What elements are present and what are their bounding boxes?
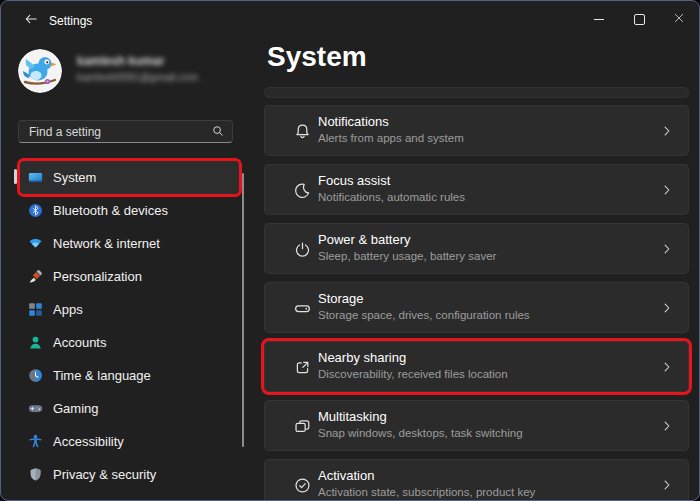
minimize-icon bbox=[594, 19, 604, 20]
paintbrush-icon bbox=[27, 268, 44, 285]
close-button[interactable] bbox=[659, 1, 699, 37]
back-button[interactable] bbox=[17, 7, 45, 35]
accessibility-icon bbox=[27, 433, 44, 450]
moon-icon bbox=[293, 181, 312, 200]
sidebar-item-time-language[interactable]: Time & language bbox=[20, 359, 239, 392]
sidebar-item-bluetooth-devices[interactable]: Bluetooth & devices bbox=[20, 194, 239, 227]
settings-card-list: Notifications Alerts from apps and syste… bbox=[264, 87, 689, 501]
sidebar-item-network-internet[interactable]: Network & internet bbox=[20, 227, 239, 260]
gamepad-icon bbox=[27, 400, 44, 417]
sidebar-item-accessibility[interactable]: Accessibility bbox=[20, 425, 239, 458]
shield-icon bbox=[27, 466, 44, 483]
settings-card-focus-assist[interactable]: Focus assist Notifications, automatic ru… bbox=[264, 164, 689, 215]
bluetooth-icon bbox=[27, 202, 44, 219]
window-title: Settings bbox=[49, 1, 92, 41]
chevron-right-icon bbox=[660, 478, 674, 492]
avatar bbox=[18, 49, 62, 93]
sidebar-item-privacy-security[interactable]: Privacy & security bbox=[20, 458, 239, 491]
share-icon bbox=[293, 358, 312, 377]
back-arrow-icon bbox=[23, 11, 39, 31]
chevron-right-icon bbox=[660, 124, 674, 138]
user-name: kamlesh kumar bbox=[77, 54, 164, 68]
settings-card-nearby-sharing[interactable]: Nearby sharing Discoverability, received… bbox=[264, 341, 689, 392]
bell-icon bbox=[293, 122, 312, 141]
settings-card-power-battery[interactable]: Power & battery Sleep, battery usage, ba… bbox=[264, 223, 689, 274]
chevron-right-icon bbox=[660, 183, 674, 197]
clock-icon bbox=[27, 367, 44, 384]
settings-card-notifications[interactable]: Notifications Alerts from apps and syste… bbox=[264, 105, 689, 156]
user-email: kamlesh0091@gmail.com bbox=[77, 71, 198, 83]
person-icon bbox=[27, 334, 44, 351]
search-box bbox=[18, 120, 233, 143]
settings-window: Settings kamlesh kumar kamlesh0091@g bbox=[0, 0, 700, 501]
chevron-right-icon bbox=[660, 360, 674, 374]
maximize-button[interactable] bbox=[619, 1, 659, 37]
apps-grid-icon bbox=[27, 301, 44, 318]
storage-icon bbox=[293, 299, 312, 318]
sidebar-item-gaming[interactable]: Gaming bbox=[20, 392, 239, 425]
checkmark-circle-icon bbox=[293, 476, 312, 495]
search-icon bbox=[211, 124, 225, 142]
minimize-button[interactable] bbox=[579, 1, 619, 37]
settings-card-storage[interactable]: Storage Storage space, drives, configura… bbox=[264, 282, 689, 333]
search-input[interactable] bbox=[19, 121, 209, 142]
sidebar-scrollbar-thumb[interactable] bbox=[242, 173, 244, 447]
chevron-right-icon bbox=[660, 419, 674, 433]
sidebar-item-accounts[interactable]: Accounts bbox=[20, 326, 239, 359]
maximize-icon bbox=[634, 14, 645, 25]
settings-card-activation[interactable]: Activation Activation state, subscriptio… bbox=[264, 459, 689, 501]
partial-card-above[interactable] bbox=[264, 87, 689, 98]
page-title: System bbox=[267, 41, 367, 73]
chevron-right-icon bbox=[660, 242, 674, 256]
window-controls bbox=[579, 1, 699, 37]
sidebar-item-personalization[interactable]: Personalization bbox=[20, 260, 239, 293]
multitask-icon bbox=[293, 417, 312, 436]
power-icon bbox=[293, 240, 312, 259]
wifi-icon bbox=[27, 235, 44, 252]
sidebar-nav: System Bluetooth & devices Network & int… bbox=[1, 161, 249, 491]
close-icon bbox=[673, 10, 685, 28]
titlebar: Settings bbox=[1, 1, 699, 41]
sidebar-item-apps[interactable]: Apps bbox=[20, 293, 239, 326]
sidebar-item-system[interactable]: System bbox=[20, 161, 239, 194]
chevron-right-icon bbox=[660, 301, 674, 315]
settings-card-multitasking[interactable]: Multitasking Snap windows, desktops, tas… bbox=[264, 400, 689, 451]
display-icon bbox=[27, 169, 44, 186]
